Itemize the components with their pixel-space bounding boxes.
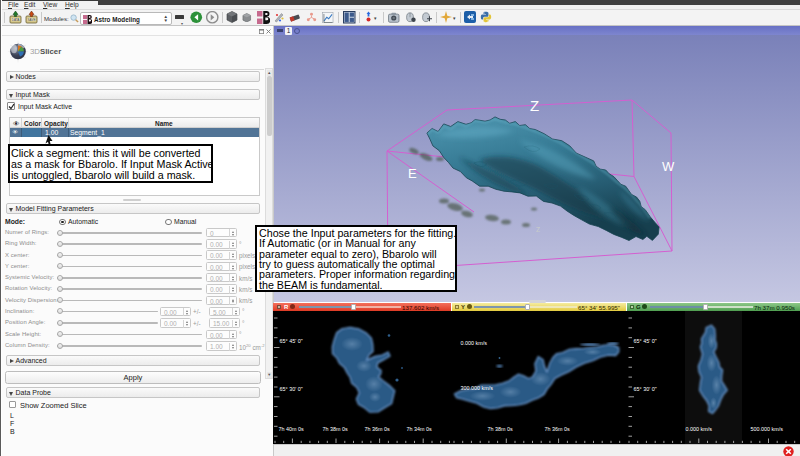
svg-text:DATA: DATA <box>12 18 20 22</box>
svg-text:E: E <box>408 166 417 181</box>
svg-text:Z: Z <box>530 97 539 114</box>
svg-text:SAVE: SAVE <box>28 18 36 22</box>
svg-text:z: z <box>536 224 541 234</box>
svg-text:W: W <box>662 159 675 174</box>
